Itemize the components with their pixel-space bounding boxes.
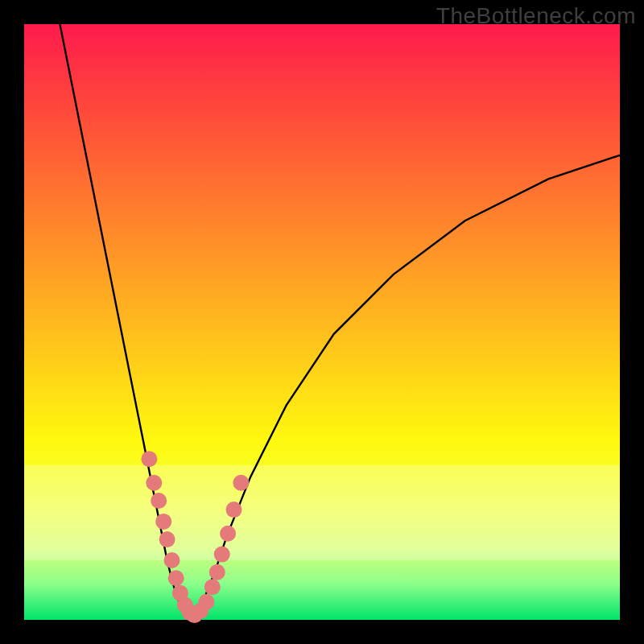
plot-area: [24, 24, 620, 620]
highlight-dot: [168, 570, 184, 586]
curve-right-branch: [191, 155, 620, 620]
highlight-dot: [146, 475, 162, 491]
highlight-dot: [141, 451, 157, 467]
curve-svg: [24, 24, 620, 620]
highlight-dot: [226, 502, 242, 518]
highlight-dot: [198, 594, 214, 610]
chart-frame: TheBottleneck.com: [0, 0, 644, 644]
highlight-dot: [151, 493, 167, 509]
highlight-dot: [159, 531, 175, 547]
highlight-dot: [233, 475, 249, 491]
highlight-dots: [141, 451, 249, 623]
highlight-dot: [214, 547, 230, 563]
curve-left-branch: [60, 24, 191, 620]
highlight-dot: [204, 579, 221, 595]
highlight-dot: [209, 564, 225, 580]
watermark-text: TheBottleneck.com: [436, 3, 636, 29]
highlight-dot: [164, 552, 180, 568]
highlight-dot: [155, 514, 171, 530]
highlight-dot: [220, 526, 236, 542]
